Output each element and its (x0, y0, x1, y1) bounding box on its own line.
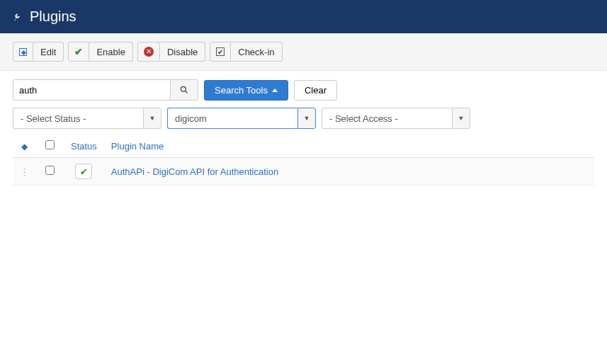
toolbar-area: Edit ✔ Enable ✕ Disable ✔ Check-in (0, 33, 607, 71)
name-cell: AuthAPi - DigiCom API for Authentication (104, 158, 594, 186)
disable-icon: ✕ (144, 47, 154, 57)
disable-group: ✕ Disable (137, 42, 205, 62)
filter-row: - Select Status - ▼ digicom ▼ - Select A… (13, 108, 594, 129)
plugin-name-link[interactable]: AuthAPi - DigiCom API for Authentication (111, 166, 278, 177)
status-cell: ✔ (64, 158, 104, 186)
status-filter-value: - Select Status - (13, 108, 143, 129)
content-area: Search Tools Clear - Select Status - ▼ d… (0, 71, 607, 194)
status-column-header[interactable]: Status (64, 135, 104, 158)
folder-filter-value: digicom (167, 108, 297, 129)
svg-point-0 (181, 86, 186, 91)
sort-icon: ◆ (21, 142, 28, 152)
checkbox-column-header (35, 135, 64, 158)
page-header: Plugins (0, 0, 607, 33)
drag-handle-cell: ⋮ (13, 158, 35, 186)
enable-icon-button[interactable]: ✔ (68, 42, 89, 62)
check-icon: ✔ (80, 166, 88, 177)
drag-handle-icon[interactable]: ⋮ (20, 166, 28, 177)
sort-column-header[interactable]: ◆ (13, 135, 35, 158)
clear-button[interactable]: Clear (294, 80, 337, 101)
disable-button[interactable]: Disable (160, 42, 205, 62)
search-input[interactable] (13, 79, 170, 101)
plug-icon (13, 12, 23, 22)
page-title: Plugins (30, 8, 76, 25)
row-checkbox[interactable] (45, 166, 55, 175)
chevron-down-icon: ▼ (297, 108, 316, 129)
search-row: Search Tools Clear (13, 79, 594, 101)
chevron-down-icon: ▼ (143, 108, 161, 129)
chevron-down-icon: ▼ (452, 108, 470, 129)
checkin-icon: ✔ (216, 47, 225, 56)
select-all-checkbox[interactable] (45, 140, 55, 149)
table-header-row: ◆ Status Plugin Name (13, 135, 594, 158)
checkbox-cell (35, 158, 64, 186)
plugins-table: ◆ Status Plugin Name ⋮ ✔ AuthAPi - DigiC… (13, 135, 594, 186)
search-icon (179, 85, 189, 95)
search-tools-button[interactable]: Search Tools (204, 80, 288, 101)
access-filter[interactable]: - Select Access - ▼ (322, 108, 470, 129)
edit-button[interactable]: Edit (33, 42, 64, 62)
checkin-button[interactable]: Check-in (231, 42, 282, 62)
check-icon: ✔ (74, 46, 83, 57)
caret-up-icon (272, 89, 278, 92)
checkin-group: ✔ Check-in (210, 42, 282, 62)
name-column-header[interactable]: Plugin Name (104, 135, 594, 158)
toolbar-buttons: Edit ✔ Enable ✕ Disable ✔ Check-in (13, 42, 594, 62)
edit-icon-button[interactable] (13, 42, 33, 62)
enable-button[interactable]: Enable (89, 42, 132, 62)
status-toggle-button[interactable]: ✔ (75, 164, 92, 179)
search-group (13, 79, 198, 101)
checkin-icon-button[interactable]: ✔ (210, 42, 231, 62)
svg-line-1 (186, 91, 188, 93)
edit-icon (19, 48, 27, 56)
enable-group: ✔ Enable (68, 42, 132, 62)
table-row: ⋮ ✔ AuthAPi - DigiCom API for Authentica… (13, 158, 594, 186)
status-filter[interactable]: - Select Status - ▼ (13, 108, 161, 129)
folder-filter[interactable]: digicom ▼ (167, 108, 316, 129)
access-filter-value: - Select Access - (322, 108, 452, 129)
disable-icon-button[interactable]: ✕ (137, 42, 160, 62)
search-button[interactable] (170, 79, 198, 101)
search-tools-label: Search Tools (215, 85, 268, 96)
edit-group: Edit (13, 42, 64, 62)
